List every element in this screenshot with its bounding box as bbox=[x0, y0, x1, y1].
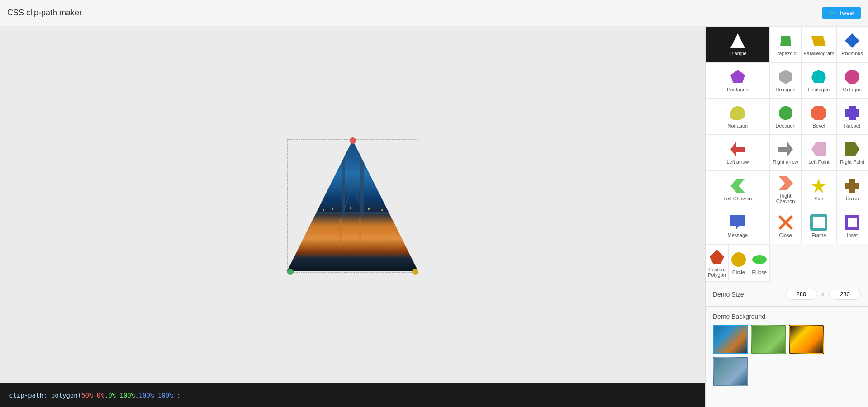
svg-rect-10 bbox=[359, 219, 361, 246]
canvas-area: clip-path: polygon(50% 0%, 0% 100%, 100%… bbox=[0, 26, 705, 407]
shape-icon-bevel bbox=[811, 105, 827, 121]
tweet-button[interactable]: Tweet bbox=[822, 7, 861, 19]
shape-icon-left-point bbox=[811, 141, 827, 157]
shape-item-right-chevron[interactable]: Right Chevron bbox=[770, 171, 802, 208]
shape-item-pentagon[interactable]: Pentagon bbox=[706, 62, 770, 99]
bg-thumb-1[interactable] bbox=[713, 325, 748, 354]
right-panel: TriangleTrapezoidParallelogramRhombusPen… bbox=[705, 26, 868, 407]
code-prefix: clip-path: polygon( bbox=[9, 392, 81, 399]
shape-label-left-arrow: Left arrow bbox=[726, 159, 749, 165]
shape-icon-inset bbox=[844, 214, 860, 231]
shape-icon-triangle bbox=[730, 33, 746, 49]
shape-item-ellipse[interactable]: Ellipse bbox=[749, 245, 770, 282]
shape-item-frame[interactable]: Frame bbox=[801, 208, 836, 244]
code-point2: 0% 100% bbox=[108, 392, 135, 399]
svg-marker-32 bbox=[730, 179, 745, 193]
svg-point-42 bbox=[731, 252, 746, 267]
shape-icon-rabbet bbox=[844, 105, 860, 121]
bg-thumbnails bbox=[713, 325, 861, 386]
shape-item-octagon[interactable]: Octagon bbox=[836, 62, 868, 99]
shape-label-circle: Circle bbox=[732, 270, 745, 275]
shape-item-nonagon[interactable]: Nonagon bbox=[706, 99, 770, 135]
svg-rect-40 bbox=[848, 218, 857, 227]
svg-marker-24 bbox=[730, 106, 745, 120]
svg-marker-31 bbox=[845, 142, 859, 156]
code-point3: 100% 100% bbox=[139, 392, 173, 399]
shape-item-rhombus[interactable]: Rhombus bbox=[836, 26, 868, 62]
shape-item-right-point[interactable]: Right Point bbox=[836, 135, 868, 171]
shape-label-right-point: Right Point bbox=[840, 159, 864, 165]
svg-point-43 bbox=[752, 255, 767, 264]
shape-label-heptagon: Heptagon bbox=[808, 87, 830, 92]
shape-item-decagon[interactable]: Decagon bbox=[770, 99, 802, 135]
svg-marker-19 bbox=[845, 33, 859, 48]
demo-background-title: Demo Background bbox=[713, 313, 861, 320]
shapes-bottom-row: Custom PolygonCircleEllipse bbox=[706, 244, 770, 282]
control-point-top[interactable] bbox=[350, 137, 356, 144]
shapes-grid: TriangleTrapezoidParallelogramRhombusPen… bbox=[706, 26, 868, 282]
shape-item-rabbet[interactable]: Rabbet bbox=[836, 99, 868, 135]
code-output-bar: clip-path: polygon(50% 0%, 0% 100%, 100%… bbox=[0, 383, 705, 407]
shape-icon-left-chevron bbox=[730, 178, 746, 194]
svg-marker-36 bbox=[730, 215, 745, 230]
shape-item-left-point[interactable]: Left Point bbox=[801, 135, 836, 171]
shape-label-right-arrow: Right arrow bbox=[773, 159, 798, 165]
shape-icon-parallelogram bbox=[811, 33, 827, 49]
shape-item-hexagon[interactable]: Hexagon bbox=[770, 62, 802, 99]
shape-item-triangle[interactable]: Triangle bbox=[706, 26, 770, 62]
svg-marker-16 bbox=[730, 33, 745, 48]
shape-item-left-chevron[interactable]: Left Chevron bbox=[706, 171, 770, 208]
shape-icon-hexagon bbox=[778, 69, 794, 85]
shape-label-pentagon: Pentagon bbox=[727, 87, 748, 92]
shape-label-ellipse: Ellipse bbox=[752, 270, 767, 275]
shape-icon-ellipse bbox=[751, 251, 768, 268]
shape-icon-cross bbox=[844, 178, 860, 194]
shape-item-bevel[interactable]: Bevel bbox=[801, 99, 836, 135]
shape-item-close[interactable]: Close bbox=[770, 208, 802, 244]
demo-width-input[interactable] bbox=[786, 289, 817, 300]
shape-icon-frame bbox=[811, 214, 827, 231]
shape-icon-circle bbox=[730, 251, 747, 268]
shape-label-trapezoid: Trapezoid bbox=[774, 51, 797, 56]
shape-icon-decagon bbox=[778, 105, 794, 121]
shape-item-right-arrow[interactable]: Right arrow bbox=[770, 135, 802, 171]
shape-label-parallelogram: Parallelogram bbox=[803, 51, 834, 56]
shape-label-bevel: Bevel bbox=[813, 123, 825, 128]
shape-item-inset[interactable]: Inset bbox=[836, 208, 868, 244]
svg-marker-20 bbox=[730, 70, 745, 83]
shape-item-left-arrow[interactable]: Left arrow bbox=[706, 135, 770, 171]
shape-item-trapezoid[interactable]: Trapezoid bbox=[770, 26, 802, 62]
bg-thumb-2[interactable] bbox=[751, 325, 786, 354]
shape-icon-star bbox=[811, 178, 827, 194]
shape-label-nonagon: Nonagon bbox=[728, 123, 748, 128]
shape-item-custom-polygon[interactable]: Custom Polygon bbox=[706, 245, 728, 282]
shape-item-circle[interactable]: Circle bbox=[728, 245, 749, 282]
shape-icon-rhombus bbox=[844, 33, 860, 49]
control-point-left[interactable] bbox=[287, 269, 294, 275]
shape-label-left-point: Left Point bbox=[808, 159, 829, 165]
shape-item-star[interactable]: Star bbox=[801, 171, 836, 208]
shape-item-message[interactable]: Message bbox=[706, 208, 770, 244]
shape-icon-pentagon bbox=[730, 69, 746, 85]
svg-point-15 bbox=[381, 209, 383, 211]
demo-height-input[interactable] bbox=[829, 289, 861, 300]
shape-icon-close bbox=[778, 214, 794, 231]
demo-background-section: Demo Background bbox=[706, 307, 868, 393]
shape-icon-right-arrow bbox=[778, 141, 794, 157]
shape-icon-right-point bbox=[844, 141, 860, 157]
svg-marker-27 bbox=[845, 106, 859, 120]
shape-item-heptagon[interactable]: Heptagon bbox=[801, 62, 836, 99]
bg-thumb-3[interactable] bbox=[789, 325, 824, 354]
shape-label-star: Star bbox=[814, 196, 823, 201]
svg-marker-35 bbox=[845, 179, 859, 193]
shape-label-frame: Frame bbox=[811, 232, 826, 238]
shape-item-cross[interactable]: Cross bbox=[836, 171, 868, 208]
shape-label-close: Close bbox=[779, 232, 792, 238]
shape-item-parallelogram[interactable]: Parallelogram bbox=[801, 26, 836, 62]
svg-point-12 bbox=[332, 208, 333, 210]
main-layout: clip-path: polygon(50% 0%, 0% 100%, 100%… bbox=[0, 26, 868, 407]
control-point-right[interactable] bbox=[412, 269, 418, 275]
bg-thumb-4[interactable] bbox=[713, 357, 748, 386]
app-title: CSS clip-path maker bbox=[7, 8, 82, 18]
shape-icon-nonagon bbox=[730, 105, 746, 121]
